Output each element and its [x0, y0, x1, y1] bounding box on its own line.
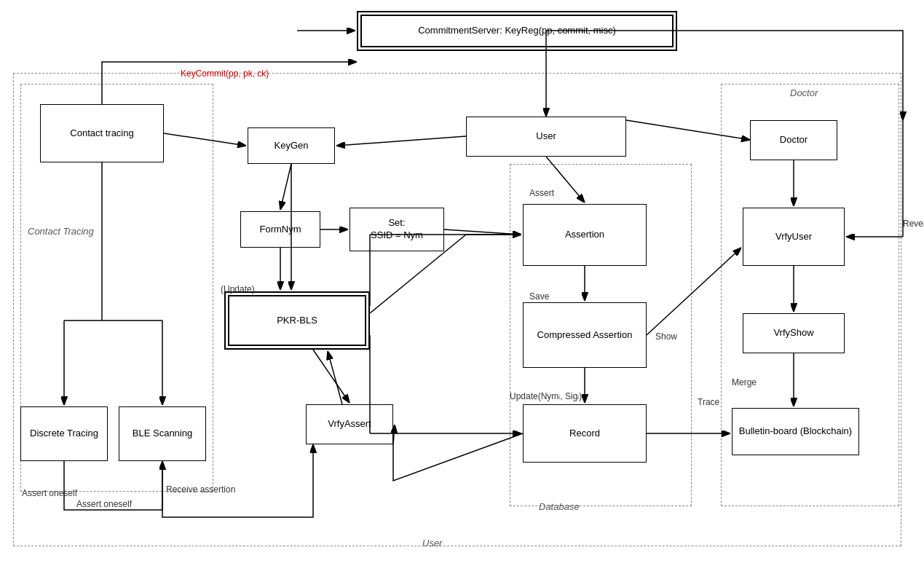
update-nym-label: Update(Nymᵢ, Sigᵢ)	[510, 391, 582, 401]
vrfy-user-label: VrfyUser	[775, 231, 812, 243]
trace-label: Trace	[698, 397, 719, 407]
diagram: User Contact Tracing Database Doctor Com…	[0, 0, 924, 566]
user-box: User	[466, 117, 626, 157]
commitment-server-box: CommitmentServer: KeyReg(pp, commit, mis…	[357, 11, 677, 51]
keygen-label: KeyGen	[275, 140, 309, 152]
record-box: Record	[523, 404, 647, 463]
assert-label: Assert	[529, 188, 554, 198]
show-label: Show	[655, 331, 677, 342]
record-label: Record	[569, 428, 600, 440]
vrfy-user-box: VrfyUser	[743, 208, 845, 266]
vrfy-assert-box: VrfyAssert	[306, 404, 393, 444]
doctor-label: Doctor	[780, 134, 807, 146]
ble-scanning-label: BLE Scanning	[133, 428, 192, 440]
vrfy-assert-label: VrfyAssert	[328, 418, 371, 431]
vrfy-show-label: VrfyShow	[773, 327, 813, 339]
ble-scanning-box: BLE Scanning	[119, 406, 206, 461]
contact-tracing-label: Contact tracing	[70, 127, 133, 140]
formnym-box: FormNym	[240, 211, 320, 248]
doctor-region-label: Doctor	[790, 87, 818, 98]
discrete-tracing-box: Discrete Tracing	[20, 406, 108, 461]
assert-oneself2-label: Assert oneself	[76, 499, 132, 509]
compressed-assertion-box: Compressed Assertion	[523, 302, 647, 368]
update-label: (Update)	[221, 284, 255, 294]
set-ssid-box: Set: SSID = Nym	[350, 208, 444, 251]
merge-label: Merge	[732, 377, 757, 388]
bulletin-board-label: Bulletin-board (Blockchain)	[739, 425, 852, 438]
keygen-box: KeyGen	[248, 127, 335, 164]
compressed-assertion-label: Compressed Assertion	[537, 329, 633, 342]
discrete-tracing-label: Discrete Tracing	[30, 428, 98, 440]
formnym-label: FormNym	[259, 224, 301, 236]
user-region-label: User	[422, 538, 442, 549]
vrfy-show-box: VrfyShow	[743, 313, 845, 353]
assertion-label: Assertion	[565, 229, 604, 241]
key-commit-label: KeyCommit(pp, pk, ck)	[181, 68, 269, 79]
assert-oneself1-label: Assert oneself	[22, 488, 77, 498]
set-ssid-label: Set: SSID = Nym	[371, 217, 423, 242]
user-label: User	[536, 130, 556, 143]
contact-tracing-region-label: Contact Tracing	[28, 226, 94, 237]
save-label: Save	[529, 291, 549, 302]
commitment-server-label: CommitmentServer: KeyReg(pp, commit, mis…	[418, 25, 616, 37]
database-region-label: Database	[539, 501, 580, 512]
pkr-bls-box: PKR-BLS	[224, 291, 370, 350]
assertion-box: Assertion	[523, 204, 647, 266]
pkr-bls-label: PKR-BLS	[277, 315, 317, 327]
receive-assertion-label: Receive assertion	[166, 484, 235, 495]
doctor-box: Doctor	[750, 120, 837, 160]
reveal-label: Reveal	[903, 219, 924, 229]
contact-tracing-box: Contact tracing	[40, 104, 164, 162]
bulletin-board-box: Bulletin-board (Blockchain)	[732, 408, 859, 455]
